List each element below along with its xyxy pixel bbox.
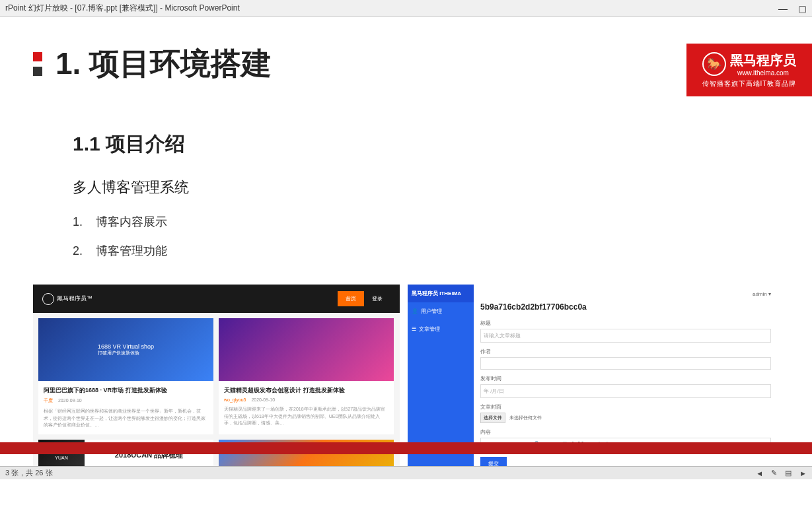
brand-logo: 🐎 黑马程序员 www.itheima.com 传智播客旗下高端IT教育品牌 [686, 44, 812, 96]
logo-tagline: 传智播客旗下高端IT教育品牌 [702, 79, 797, 88]
page-title: 5b9a716cb2d2bf17706bcc0a [480, 302, 771, 312]
sidebar-brand: 黑马程序员 ITHEIMA [408, 285, 474, 302]
card-title: 阿里巴巴旗下的1688 · VR市场 打造批发新体验 [44, 386, 208, 395]
scrollbar-horizontal[interactable] [0, 442, 812, 454]
card-meta: 千度 2020-09-10 [44, 397, 208, 404]
card-title: 天猫精灵超级发布会创意设计 打造批发新体验 [224, 386, 388, 395]
prev-icon[interactable]: ◄ [756, 469, 763, 477]
heading-block: 1. 项目环境搭建 [33, 44, 779, 84]
label-title: 标题 [480, 320, 771, 327]
card-image [219, 318, 394, 381]
slide-area: 🐎 黑马程序员 www.itheima.com 传智播客旗下高端IT教育品牌 1… [0, 17, 812, 479]
slide-heading: 1. 项目环境搭建 [55, 44, 272, 84]
user-icon: 👤 [412, 308, 418, 314]
window-title-text: rPoint 幻灯片放映 - [07.博客.ppt [兼容模式]] - Micr… [5, 3, 240, 14]
nav-home[interactable]: 首页 [338, 291, 364, 306]
sidebar-item-articles[interactable]: ☰ 文章管理 [408, 320, 474, 338]
list-num: 2. [73, 244, 92, 258]
label-author: 作者 [480, 348, 771, 355]
logo-name: 黑马程序员 [730, 51, 796, 69]
next-icon[interactable]: ► [799, 469, 807, 477]
card-text: 天猫精灵品牌迎来了一场创新，在2018年中更顺承此举，以527超品饮为品牌宣传的… [224, 406, 388, 427]
file-button[interactable]: 选择文件 [480, 413, 505, 423]
sub-title: 多人博客管理系统 [73, 178, 779, 197]
file-status: 未选择任何文件 [509, 415, 542, 420]
current-user[interactable]: admin [753, 291, 767, 297]
window-controls: — ▢ [778, 3, 807, 14]
blog-logo-text: 黑马程序员™ [57, 294, 92, 303]
label-cover: 文章封面 [480, 403, 771, 411]
blog-logo: 黑马程序员™ [42, 293, 92, 305]
heading-marker-icon [33, 52, 42, 76]
status-right: ◄ ✎ ▤ ► [756, 469, 807, 477]
list-text: 博客内容展示 [96, 215, 167, 228]
status-bar: 3 张，共 26 张 ◄ ✎ ▤ ► [0, 466, 812, 479]
menu-icon[interactable]: ▤ [785, 469, 792, 477]
title-input[interactable]: 请输入文章标题 [480, 329, 771, 343]
blog-card: 天猫精灵超级发布会创意设计 打造批发新体验 wo_qiyou5 2020-09-… [219, 318, 394, 434]
file-input-row: 选择文件 未选择任何文件 [480, 413, 771, 423]
list-item: 1. 博客内容展示 [73, 214, 779, 230]
label-date: 发布时间 [480, 375, 771, 382]
slide-counter: 3 张，共 26 张 [5, 468, 53, 478]
label-content: 内容 [480, 428, 771, 436]
author-input[interactable] [480, 357, 771, 370]
logo-url: www.itheima.com [730, 69, 796, 77]
horse-icon: 🐎 [702, 52, 726, 76]
list-text: 博客管理功能 [96, 244, 167, 257]
card-text: 根据「财经网互联网的世界和实体的商业世界是一个世界」新年，新机会，技术，使得这两… [44, 408, 208, 429]
blog-header: 黑马程序员™ 首页 登录 [33, 285, 400, 313]
list-item: 2. 博客管理功能 [73, 243, 779, 259]
minimize-icon[interactable]: — [778, 3, 788, 14]
admin-topbar: admin ▾ [480, 291, 771, 302]
card-meta: wo_qiyou5 2020-09-10 [224, 397, 388, 402]
maximize-icon[interactable]: ▢ [798, 3, 807, 14]
card-image: 1688 VR Virtual shop 打破用户快速新体验 [38, 318, 213, 381]
horse-icon [42, 293, 54, 305]
content-section: 1.1 项目介绍 多人博客管理系统 1. 博客内容展示 2. 博客管理功能 [33, 131, 779, 259]
blog-card: 1688 VR Virtual shop 打破用户快速新体验 阿里巴巴旗下的16… [38, 318, 213, 434]
nav-login[interactable]: 登录 [364, 291, 390, 306]
blog-nav: 首页 登录 [338, 291, 390, 306]
date-input[interactable]: 年 /月/日 [480, 384, 771, 398]
blog-cards: 1688 VR Virtual shop 打破用户快速新体验 阿里巴巴旗下的16… [33, 313, 400, 479]
list-num: 1. [73, 215, 92, 229]
window-titlebar: rPoint 幻灯片放映 - [07.博客.ppt [兼容模式]] - Micr… [0, 0, 812, 17]
article-icon: ☰ [412, 326, 416, 332]
pen-icon[interactable]: ✎ [771, 469, 777, 477]
sidebar-item-users[interactable]: 👤 用户管理 [408, 302, 474, 320]
sub-heading: 1.1 项目介绍 [73, 131, 779, 158]
